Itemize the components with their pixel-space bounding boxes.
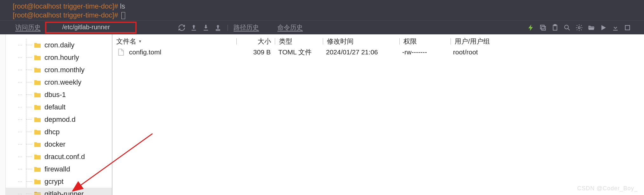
folder-icon xyxy=(34,141,41,148)
tree-item-gitlab-runner[interactable]: ⋯ gitlab-runner xyxy=(6,188,112,195)
search-icon[interactable] xyxy=(563,23,571,32)
tree-label: gitlab-runner xyxy=(44,190,84,195)
file-list-pane: 文件名 ▼ 大小 类型 修改时间 权限 用户/用户组 config.toml 3… xyxy=(112,34,644,195)
cursor-icon xyxy=(121,12,125,19)
folder-open-icon[interactable] xyxy=(587,23,595,32)
svg-point-4 xyxy=(565,25,568,29)
paste-icon[interactable] xyxy=(551,23,559,32)
cmd-history-link[interactable]: 命令历史 xyxy=(277,23,303,32)
tree-item-gcrypt[interactable]: ⋯ gcrypt xyxy=(6,175,112,188)
file-permissions: -rw------- xyxy=(398,48,449,56)
terminal-line-2: [root@localhost trigger-time-doc]# xyxy=(13,11,641,20)
prompt: [root@localhost trigger-time-doc]# xyxy=(13,11,118,19)
file-type: TOML 文件 xyxy=(275,48,322,57)
visit-history-link[interactable]: 访问历史 xyxy=(15,23,41,32)
tree-label: cron.daily xyxy=(44,41,74,49)
terminal-output[interactable]: [root@localhost trigger-time-doc]# ls [r… xyxy=(0,0,644,20)
tree-item-firewalld[interactable]: ⋯ firewalld xyxy=(6,163,112,175)
upload-icon[interactable] xyxy=(190,23,198,32)
tree-expander-icon[interactable]: ⋯ xyxy=(18,192,29,195)
folder-icon xyxy=(34,116,41,123)
bolt-icon[interactable] xyxy=(527,23,535,32)
tree-item-cron-daily[interactable]: ⋯ cron.daily xyxy=(6,39,112,51)
folder-icon xyxy=(34,42,41,48)
tree-label: dhcp xyxy=(44,128,60,136)
file-owner: root/root xyxy=(449,48,644,56)
tree-label: dbus-1 xyxy=(44,91,66,99)
tree-item-dbus-1[interactable]: ⋯ dbus-1 xyxy=(6,88,112,101)
terminal-command: ls xyxy=(120,2,125,10)
column-header-owner[interactable]: 用户/用户组 xyxy=(451,37,644,46)
column-header-permissions[interactable]: 权限 xyxy=(400,37,451,46)
highlight-box xyxy=(45,22,137,34)
column-header-size[interactable]: 大小 xyxy=(237,37,275,46)
stop-icon[interactable] xyxy=(624,23,631,32)
path-input[interactable] xyxy=(46,23,135,32)
main-area: ⋯ cron.daily ⋯ cron.hourly ⋯ cron.monthl… xyxy=(0,34,644,195)
path-history-link[interactable]: 路径历史 xyxy=(234,23,259,32)
tree-label: docker xyxy=(44,140,65,149)
file-name: config.toml xyxy=(129,48,161,56)
tree-label: gcrypt xyxy=(44,178,64,186)
download-small-icon[interactable] xyxy=(612,23,619,32)
tree-item-cron-monthly[interactable]: ⋯ cron.monthly xyxy=(6,64,112,76)
column-header-type[interactable]: 类型 xyxy=(275,37,323,46)
copy-icon[interactable] xyxy=(539,23,547,32)
column-header-name[interactable]: 文件名 ▼ xyxy=(112,37,236,46)
folder-icon xyxy=(34,129,41,135)
directory-tree[interactable]: ⋯ cron.daily ⋯ cron.hourly ⋯ cron.monthl… xyxy=(6,34,112,195)
tree-item-depmod-d[interactable]: ⋯ depmod.d xyxy=(6,113,112,126)
tree-item-docker[interactable]: ⋯ docker xyxy=(6,138,112,150)
svg-point-5 xyxy=(578,27,580,29)
tree-item-cron-hourly[interactable]: ⋯ cron.hourly xyxy=(6,51,112,64)
folder-icon xyxy=(34,92,41,98)
tree-label: firewalld xyxy=(44,165,70,173)
download-icon[interactable] xyxy=(202,23,210,32)
file-list-header: 文件名 ▼ 大小 类型 修改时间 权限 用户/用户组 xyxy=(112,34,644,46)
file-mtime: 2024/01/27 21:06 xyxy=(322,48,398,56)
tree-label: cron.monthly xyxy=(44,66,85,74)
action-icons xyxy=(527,23,641,32)
separator: | xyxy=(227,24,228,31)
refresh-icon[interactable] xyxy=(178,23,186,32)
tree-label: dracut.conf.d xyxy=(44,153,85,161)
file-row[interactable]: config.toml 309 B TOML 文件 2024/01/27 21:… xyxy=(112,46,644,58)
folder-icon xyxy=(34,166,41,172)
folder-icon xyxy=(34,79,41,86)
tree-item-dhcp[interactable]: ⋯ dhcp xyxy=(6,126,112,138)
tree-label: default xyxy=(44,103,65,111)
tree-item-cron-weekly[interactable]: ⋯ cron.weekly xyxy=(6,76,112,88)
svg-rect-6 xyxy=(625,25,630,30)
prompt: [root@localhost trigger-time-doc]# xyxy=(13,2,118,10)
file-size: 309 B xyxy=(236,48,275,56)
tree-label: cron.hourly xyxy=(44,53,79,62)
file-icon xyxy=(118,49,124,56)
folder-icon xyxy=(34,154,41,160)
toolbar: 访问历史 | 路径历史 命令历史 xyxy=(0,20,644,34)
tree-item-default[interactable]: ⋯ default xyxy=(6,101,112,113)
terminal-line-1: [root@localhost trigger-time-doc]# ls xyxy=(13,2,641,11)
transfer-icons: | 路径历史 命令历史 xyxy=(178,23,303,32)
folder-icon xyxy=(34,104,41,110)
folder-open-icon xyxy=(34,191,41,195)
left-gutter xyxy=(0,34,6,195)
gear-icon[interactable] xyxy=(575,23,583,32)
upload-all-icon[interactable] xyxy=(214,23,222,32)
tree-label: depmod.d xyxy=(44,115,76,124)
folder-icon xyxy=(34,67,41,73)
svg-rect-1 xyxy=(540,25,544,29)
tree-item-dracut-conf-d[interactable]: ⋯ dracut.conf.d xyxy=(6,150,112,163)
sort-caret-icon: ▼ xyxy=(138,39,142,44)
tree-label: cron.weekly xyxy=(44,78,81,87)
folder-icon xyxy=(34,178,41,185)
play-icon[interactable] xyxy=(600,23,607,32)
folder-icon xyxy=(34,54,41,61)
svg-rect-0 xyxy=(542,26,546,30)
watermark: CSDN @Coder_Boy_ xyxy=(577,185,638,192)
column-header-mtime[interactable]: 修改时间 xyxy=(323,37,399,46)
